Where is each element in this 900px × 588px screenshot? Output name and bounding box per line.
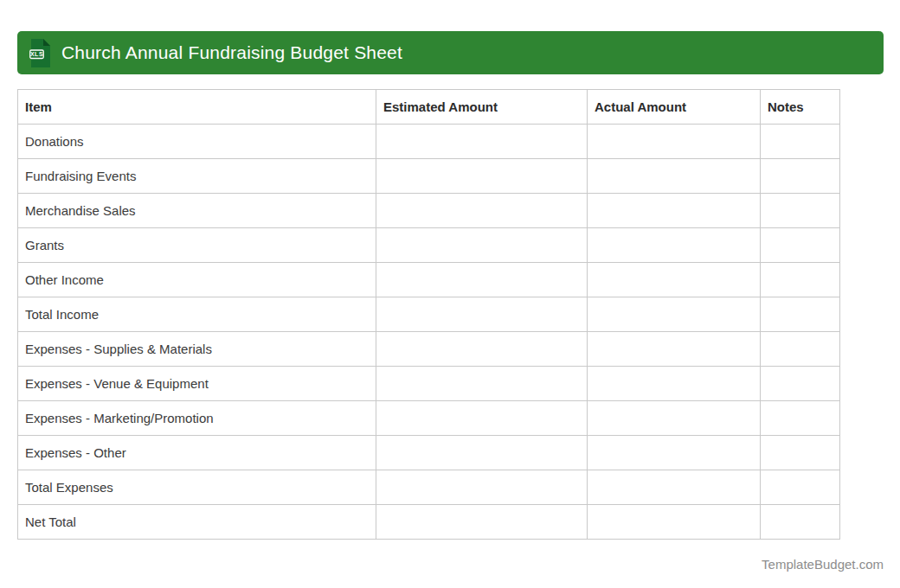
column-header-estimated-amount: Estimated Amount bbox=[376, 90, 588, 125]
estimated-amount-cell bbox=[376, 194, 588, 228]
estimated-amount-cell bbox=[376, 505, 588, 540]
estimated-amount-cell bbox=[376, 125, 588, 159]
row-item-label: Expenses - Venue & Equipment bbox=[18, 367, 376, 401]
actual-amount-cell bbox=[588, 470, 761, 505]
row-item-label: Total Income bbox=[18, 297, 376, 332]
notes-cell bbox=[761, 367, 840, 401]
table-header-row: Item Estimated Amount Actual Amount Note… bbox=[18, 90, 840, 125]
notes-cell bbox=[761, 228, 840, 263]
actual-amount-cell bbox=[588, 194, 761, 228]
actual-amount-cell bbox=[588, 125, 761, 159]
row-item-label: Total Expenses bbox=[18, 470, 376, 505]
row-item-label: Other Income bbox=[18, 263, 376, 297]
actual-amount-cell bbox=[588, 401, 761, 436]
column-header-actual-amount: Actual Amount bbox=[588, 90, 761, 125]
notes-cell bbox=[761, 401, 840, 436]
row-item-label: Expenses - Marketing/Promotion bbox=[18, 401, 376, 436]
estimated-amount-cell bbox=[376, 332, 588, 367]
table-row: Total Expenses bbox=[18, 470, 840, 505]
table-row: Net Total bbox=[18, 505, 840, 540]
table-row: Fundraising Events bbox=[18, 159, 840, 194]
estimated-amount-cell bbox=[376, 367, 588, 401]
notes-cell bbox=[761, 470, 840, 505]
notes-cell bbox=[761, 125, 840, 159]
actual-amount-cell bbox=[588, 228, 761, 263]
actual-amount-cell bbox=[588, 332, 761, 367]
estimated-amount-cell bbox=[376, 263, 588, 297]
table-row: Donations bbox=[18, 125, 840, 159]
estimated-amount-cell bbox=[376, 470, 588, 505]
notes-cell bbox=[761, 263, 840, 297]
estimated-amount-cell bbox=[376, 401, 588, 436]
footer: TemplateBudget.com bbox=[17, 557, 884, 572]
row-item-label: Net Total bbox=[18, 505, 376, 540]
budget-table: Item Estimated Amount Actual Amount Note… bbox=[17, 89, 840, 540]
row-item-label: Fundraising Events bbox=[18, 159, 376, 194]
page: XLS Church Annual Fundraising Budget She… bbox=[0, 0, 900, 588]
estimated-amount-cell bbox=[376, 297, 588, 332]
row-item-label: Expenses - Other bbox=[18, 436, 376, 470]
xls-file-icon: XLS bbox=[29, 39, 51, 67]
actual-amount-cell bbox=[588, 367, 761, 401]
table-row: Other Income bbox=[18, 263, 840, 297]
estimated-amount-cell bbox=[376, 436, 588, 470]
actual-amount-cell bbox=[588, 505, 761, 540]
row-item-label: Expenses - Supplies & Materials bbox=[18, 332, 376, 367]
column-header-item: Item bbox=[18, 90, 376, 125]
estimated-amount-cell bbox=[376, 228, 588, 263]
table-row: Expenses - Other bbox=[18, 436, 840, 470]
estimated-amount-cell bbox=[376, 159, 588, 194]
notes-cell bbox=[761, 194, 840, 228]
notes-cell bbox=[761, 297, 840, 332]
table-row: Grants bbox=[18, 228, 840, 263]
title-bar: XLS Church Annual Fundraising Budget She… bbox=[17, 31, 884, 74]
actual-amount-cell bbox=[588, 159, 761, 194]
table-row: Expenses - Marketing/Promotion bbox=[18, 401, 840, 436]
row-item-label: Donations bbox=[18, 125, 376, 159]
column-header-notes: Notes bbox=[761, 90, 840, 125]
table-row: Total Income bbox=[18, 297, 840, 332]
xls-icon-label: XLS bbox=[30, 51, 43, 57]
table-row: Expenses - Venue & Equipment bbox=[18, 367, 840, 401]
row-item-label: Merchandise Sales bbox=[18, 194, 376, 228]
row-item-label: Grants bbox=[18, 228, 376, 263]
actual-amount-cell bbox=[588, 297, 761, 332]
notes-cell bbox=[761, 436, 840, 470]
notes-cell bbox=[761, 332, 840, 367]
notes-cell bbox=[761, 505, 840, 540]
page-title: Church Annual Fundraising Budget Sheet bbox=[61, 42, 402, 63]
actual-amount-cell bbox=[588, 263, 761, 297]
table-row: Expenses - Supplies & Materials bbox=[18, 332, 840, 367]
notes-cell bbox=[761, 159, 840, 194]
watermark-text: TemplateBudget.com bbox=[762, 557, 884, 572]
actual-amount-cell bbox=[588, 436, 761, 470]
table-row: Merchandise Sales bbox=[18, 194, 840, 228]
